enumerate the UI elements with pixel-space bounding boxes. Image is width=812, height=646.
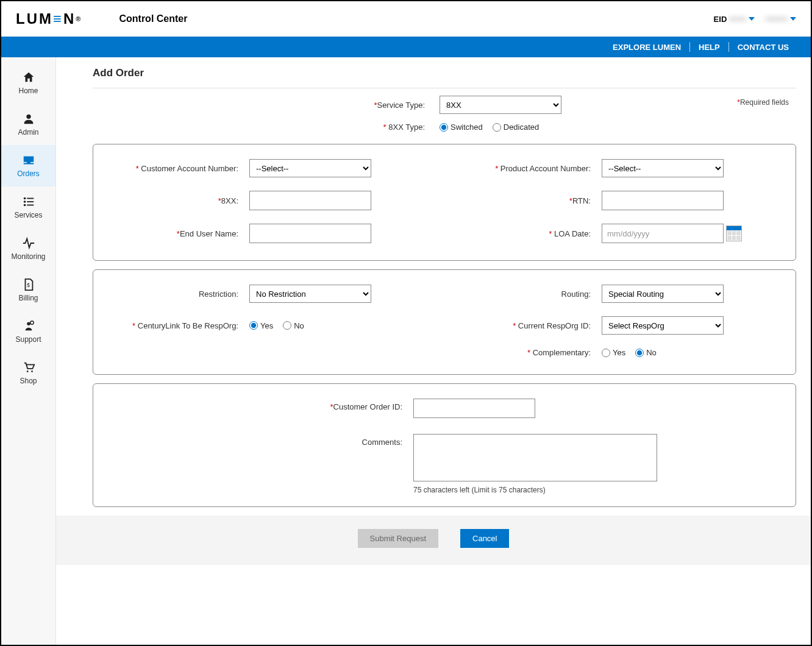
svg-rect-6: [27, 205, 34, 206]
eid-value: ••••••: [729, 15, 746, 24]
resporg-yes[interactable]: Yes: [249, 321, 273, 330]
nav-explore[interactable]: EXPLORE LUMEN: [604, 43, 689, 52]
end-user-label: *End User Name:: [116, 229, 238, 238]
sidebar-item-label: Billing: [18, 294, 38, 302]
svg-point-5: [23, 204, 26, 207]
cancel-button[interactable]: Cancel: [460, 529, 509, 548]
logo: LUM≡N®: [16, 10, 82, 27]
invoice-icon: $: [22, 278, 35, 291]
nav-contact[interactable]: CONTACT US: [729, 43, 797, 52]
form-footer: Submit Request Cancel: [56, 516, 811, 565]
nav-help[interactable]: HELP: [690, 43, 728, 52]
8xx-type-label: * 8XX Type:: [327, 122, 425, 132]
home-icon: [22, 71, 35, 84]
sidebar-item-label: Services: [14, 211, 42, 219]
end-user-input[interactable]: [249, 224, 371, 243]
resporg-label: * CenturyLink To Be RespOrg:: [116, 321, 238, 330]
sidebar-item-shop[interactable]: Shop: [1, 352, 55, 394]
eid-dropdown[interactable]: EID ••••••: [714, 15, 755, 24]
svg-point-1: [23, 197, 26, 200]
sidebar-item-label: Shop: [20, 377, 37, 385]
user-value: ••••••••: [766, 15, 788, 24]
8xx-label: *8XX:: [116, 196, 238, 205]
page-title: Add Order: [93, 67, 796, 79]
loa-date-input[interactable]: [602, 224, 724, 243]
sidebar-item-label: Monitoring: [11, 252, 45, 261]
service-type-select[interactable]: 8XX: [440, 96, 561, 114]
sidebar-item-home[interactable]: Home: [1, 62, 55, 104]
sidebar-item-billing[interactable]: $ Billing: [1, 269, 55, 311]
top-nav-bar: EXPLORE LUMEN HELP CONTACT US: [1, 37, 811, 57]
loa-date-label: * LOA Date:: [469, 229, 591, 238]
svg-point-0: [26, 115, 30, 119]
svg-point-11: [31, 371, 33, 372]
customer-order-id-input[interactable]: [413, 399, 535, 418]
product-account-select[interactable]: --Select--: [602, 159, 724, 177]
svg-rect-2: [27, 198, 34, 199]
complementary-yes[interactable]: Yes: [602, 348, 625, 357]
svg-point-10: [26, 371, 28, 372]
header: LUM≡N® Control Center EID •••••• •••••••…: [1, 1, 811, 37]
submit-button[interactable]: Submit Request: [358, 529, 439, 548]
svg-point-8: [27, 322, 30, 326]
customer-account-select[interactable]: --Select--: [249, 159, 371, 177]
app-title: Control Center: [119, 13, 187, 24]
sidebar-item-admin[interactable]: Admin: [1, 104, 55, 145]
sidebar-item-label: Home: [18, 87, 38, 95]
sidebar-item-label: Admin: [18, 128, 38, 137]
routing-panel: Restriction: No Restriction Routing: Spe…: [93, 269, 796, 375]
account-panel: * Customer Account Number: --Select-- * …: [93, 144, 796, 261]
customer-account-label: * Customer Account Number:: [116, 164, 238, 173]
sidebar-item-services[interactable]: Services: [1, 186, 55, 228]
sidebar-item-label: Orders: [17, 169, 40, 178]
sidebar: Home Admin Orders Services Monitoring $ …: [1, 57, 56, 645]
sidebar-item-label: Support: [15, 335, 41, 344]
gear-user-icon: [22, 319, 35, 333]
product-account-label: * Product Account Number:: [469, 164, 591, 173]
sidebar-item-orders[interactable]: Orders: [1, 145, 55, 186]
calendar-icon[interactable]: [726, 225, 742, 241]
routing-select[interactable]: Special Routing: [602, 285, 724, 303]
svg-text:$: $: [27, 283, 30, 288]
svg-point-3: [23, 201, 26, 203]
user-icon: [22, 112, 35, 126]
restriction-label: Restriction:: [116, 289, 238, 299]
user-dropdown[interactable]: ••••••••: [766, 15, 796, 24]
8xx-type-switched[interactable]: Switched: [440, 122, 483, 132]
current-resporg-select[interactable]: Select RespOrg: [602, 316, 724, 335]
main-content: Add Order *Required fields *Service Type…: [56, 57, 811, 645]
rtn-input[interactable]: [602, 191, 724, 210]
order-id-panel: *Customer Order ID: Comments: 75 charact…: [93, 383, 796, 507]
chevron-down-icon: [790, 17, 796, 21]
activity-icon: [22, 236, 35, 250]
sidebar-item-support[interactable]: Support: [1, 311, 55, 352]
cart-icon: [22, 361, 35, 374]
comments-label: Comments:: [232, 434, 402, 447]
comments-counter: 75 characters left (Limit is 75 characte…: [413, 486, 657, 494]
svg-rect-4: [27, 201, 34, 202]
routing-label: Routing:: [469, 289, 591, 299]
restriction-select[interactable]: No Restriction: [249, 285, 371, 303]
sidebar-item-monitoring[interactable]: Monitoring: [1, 228, 55, 269]
current-resporg-label: * Current RespOrg ID:: [469, 321, 591, 330]
chevron-down-icon: [749, 17, 755, 21]
complementary-no[interactable]: No: [635, 348, 657, 357]
8xx-type-dedicated[interactable]: Dedicated: [493, 122, 540, 132]
service-type-label: *Service Type:: [327, 101, 425, 110]
list-icon: [22, 195, 35, 208]
complementary-label: * Complementary:: [469, 348, 591, 357]
resporg-no[interactable]: No: [283, 321, 304, 330]
customer-order-id-label: *Customer Order ID:: [232, 399, 402, 411]
comments-textarea[interactable]: [413, 434, 657, 481]
8xx-input[interactable]: [249, 191, 371, 210]
svg-point-9: [30, 321, 34, 325]
eid-label: EID: [714, 15, 727, 24]
inbox-icon: [22, 154, 35, 167]
rtn-label: *RTN:: [469, 196, 591, 205]
